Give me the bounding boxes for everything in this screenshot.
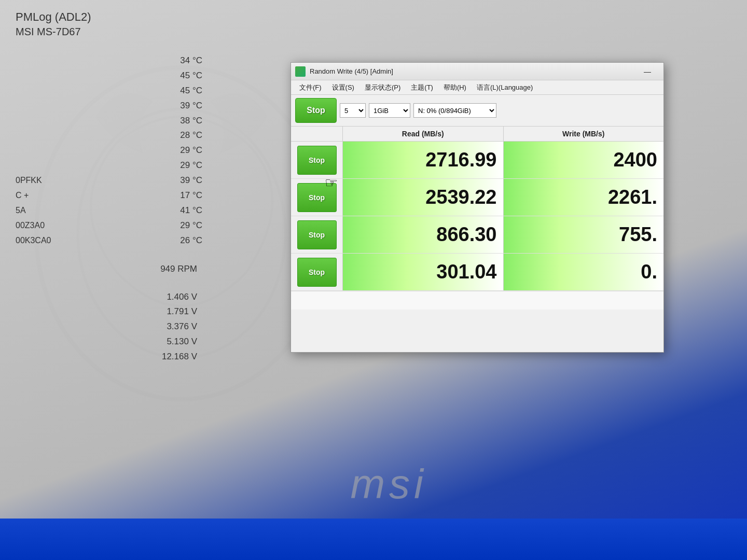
list-item: C + 17 °C [16,188,202,203]
toolbar: Stop 5 1GiB N: 0% (0/894GiB) [291,95,663,127]
size-select[interactable]: 1GiB [369,103,410,118]
list-item: 3.376 V [16,319,202,334]
th-action [291,127,343,141]
row-btn-cell-2: Stop [291,179,343,216]
temp-value: 17 °C [161,188,202,203]
temp-label: 5A [16,203,26,218]
list-item: 34 °C [16,53,202,68]
table-row: Stop 866.30 755. [291,216,663,254]
stop-button-row4[interactable]: Stop [297,258,337,287]
list-item: 5A 41 °C [16,203,202,218]
write-cell-1: 2400 [504,142,664,178]
main-stop-button[interactable]: Stop [295,98,337,123]
temp-label: 00Z3A0 [16,218,45,233]
menu-help[interactable]: 帮助(H) [439,82,471,93]
list-item: 29 °C [16,158,202,173]
row-btn-cell-1: Stop [291,142,343,178]
list-item: 45 °C [16,83,202,99]
temp-value: 26 °C [161,233,202,248]
left-panel: PMLog (ADL2) MSI MS-7D67 34 °C 45 °C 45 … [0,0,218,363]
temp-value: 41 °C [161,203,202,218]
list-item: 1.406 V [16,290,202,305]
data-table: Read (MB/s) Write (MB/s) Stop 2716.99 24… [291,127,663,310]
fan-rpm: 949 RPM [16,264,202,274]
stop-button-row2[interactable]: Stop [297,183,337,212]
read-cell-3: 866.30 [343,216,504,253]
list-item: 29 °C [16,143,202,158]
list-item: 39 °C [16,99,202,114]
write-cell-3: 755. [504,216,664,253]
menu-theme[interactable]: 主题(T) [407,82,437,93]
temp-label: C + [16,188,29,203]
taskbar-area [0,519,747,560]
th-write: Write (MB/s) [504,127,664,141]
temp-value: 29 °C [161,218,202,233]
temp-value: 34 °C [161,53,202,68]
row-btn-cell-3: Stop [291,216,343,253]
msi-logo: msi [350,460,427,508]
table-row: Stop 2539.22 2261. [291,179,663,216]
temp-value: 29 °C [161,158,202,173]
menu-language[interactable]: 语言(L)(Language) [473,82,537,93]
table-header: Read (MB/s) Write (MB/s) [291,127,663,142]
list-item: 45 °C [16,68,202,83]
temp-value: 28 °C [161,128,202,143]
empty-row [291,291,663,310]
stop-button-row1[interactable]: Stop [297,146,337,175]
temp-label: 00K3CA0 [16,233,51,248]
temp-value: 45 °C [161,83,202,99]
pmlog-title: PMLog (ADL2) [16,10,202,24]
temp-value: 39 °C [161,99,202,114]
list-item: 00Z3A0 29 °C [16,218,202,233]
list-item: 5.130 V [16,334,202,349]
read-cell-1: 2716.99 [343,142,504,178]
list-item: 28 °C [16,128,202,143]
table-row: Stop 301.04 0. [291,254,663,291]
fan-section: 949 RPM [16,264,202,274]
write-cell-4: 0. [504,254,664,290]
temp-label: 0PFKK [16,173,42,188]
th-read: Read (MB/s) [343,127,504,141]
temp-value: 38 °C [161,114,202,129]
cdm-window: Random Write (4/5) [Admin] — 文件(F) 设置(S)… [290,62,664,353]
menu-display[interactable]: 显示状态(P) [361,82,405,93]
list-item: 0PFKK 39 °C [16,173,202,188]
minimize-button[interactable]: — [635,65,659,78]
list-item: 1.791 V [16,304,202,319]
temp-value: 39 °C [161,173,202,188]
voltage-list: 1.406 V 1.791 V 3.376 V 5.130 V 12.168 V [16,290,202,365]
stop-button-row3[interactable]: Stop [297,220,337,249]
temp-value: 29 °C [161,143,202,158]
temperature-list: 34 °C 45 °C 45 °C 39 °C 38 °C 28 °C 29 °… [16,53,202,248]
window-titlebar: Random Write (4/5) [Admin] — [291,63,663,80]
read-cell-2: 2539.22 [343,179,504,216]
drive-select[interactable]: N: 0% (0/894GiB) [413,103,496,118]
menu-file[interactable]: 文件(F) [295,82,326,93]
menu-bar: 文件(F) 设置(S) 显示状态(P) 主题(T) 帮助(H) 语言(L)(La… [291,80,663,95]
list-item: 12.168 V [16,349,202,365]
list-item: 00K3CA0 26 °C [16,233,202,248]
app-icon [295,66,306,77]
window-controls: — [635,65,659,78]
table-row: Stop 2716.99 2400 [291,142,663,179]
msi-model: MSI MS-7D67 [16,26,202,38]
write-cell-2: 2261. [504,179,664,216]
menu-settings[interactable]: 设置(S) [328,82,358,93]
queue-select[interactable]: 5 [340,103,366,118]
row-btn-cell-4: Stop [291,254,343,290]
list-item: 38 °C [16,114,202,129]
read-cell-4: 301.04 [343,254,504,290]
temp-value: 45 °C [161,68,202,83]
window-title: Random Write (4/5) [Admin] [310,67,635,75]
